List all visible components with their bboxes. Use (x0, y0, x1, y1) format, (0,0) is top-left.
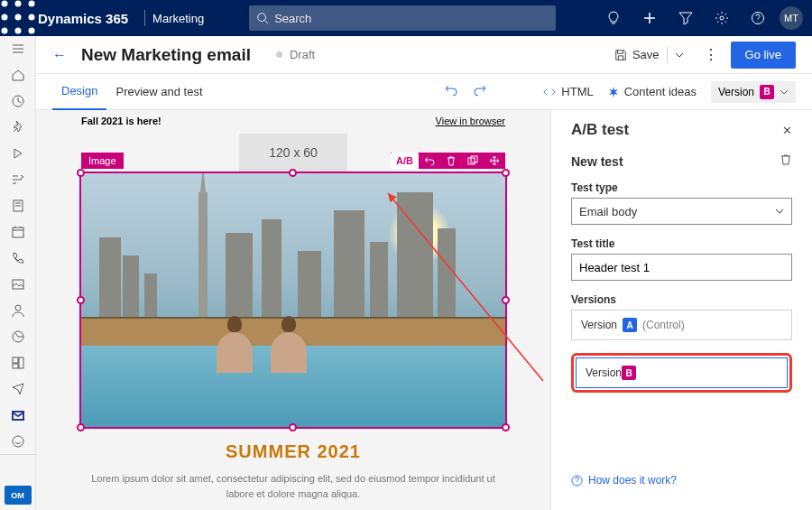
svg-rect-19 (13, 357, 18, 363)
svg-point-0 (2, 0, 8, 6)
svg-line-10 (265, 21, 269, 24)
brand-name: Dynamics 365 (36, 11, 137, 26)
area-switcher[interactable]: OM (5, 486, 32, 505)
svg-point-4 (15, 14, 22, 20)
version-selector[interactable]: Version B (711, 81, 796, 103)
svg-point-5 (29, 14, 35, 20)
global-search[interactable] (249, 5, 556, 31)
user-avatar[interactable]: MT (780, 6, 803, 30)
svg-point-1 (15, 0, 22, 6)
versions-label: Versions (571, 293, 792, 306)
nav-templates-icon[interactable] (0, 349, 36, 376)
view-in-browser-link[interactable]: View in browser (436, 116, 505, 126)
save-label: Save (632, 48, 660, 61)
nav-separator (0, 454, 36, 480)
status-label: Draft (290, 48, 315, 61)
lightbulb-icon[interactable] (595, 0, 632, 36)
save-button[interactable]: Save (607, 48, 667, 61)
svg-point-2 (29, 0, 35, 6)
resize-handle[interactable] (77, 169, 85, 177)
back-button[interactable]: ← (52, 47, 67, 63)
how-does-it-work-link[interactable]: How does it work? (571, 474, 792, 487)
nav-recent-icon[interactable] (0, 88, 36, 115)
version-b-badge: B (760, 85, 774, 99)
nav-calendar-icon[interactable] (0, 219, 36, 246)
tool-delete-icon[interactable] (440, 153, 462, 169)
tab-preview[interactable]: Preview and test (106, 74, 211, 110)
delete-test-icon[interactable] (780, 153, 792, 169)
test-type-label: Test type (571, 181, 792, 194)
resize-handle[interactable] (502, 169, 510, 177)
more-menu[interactable]: ⋮ (691, 46, 731, 63)
content-ideas-button[interactable]: Content ideas (608, 85, 697, 98)
version-a-badge: A (623, 318, 637, 332)
tool-undo-icon[interactable] (419, 153, 440, 169)
version-a-card[interactable]: Version A (Control) (571, 310, 792, 340)
svg-rect-20 (13, 364, 18, 368)
resize-handle[interactable] (502, 296, 510, 304)
settings-icon[interactable] (704, 0, 740, 36)
svg-point-8 (29, 27, 35, 33)
svg-point-9 (258, 14, 266, 22)
golive-button[interactable]: Go live (731, 42, 796, 69)
logo-placeholder[interactable]: 120 x 60 (239, 134, 347, 172)
svg-point-17 (15, 305, 21, 311)
test-title-label: Test title (571, 237, 792, 250)
page-title: New Marketing email (81, 45, 251, 65)
panel-close-icon[interactable]: ✕ (782, 124, 792, 137)
filter-icon[interactable] (668, 0, 704, 36)
body-text[interactable]: Lorem ipsum dolor sit amet, consectetur … (45, 471, 541, 501)
nav-journeys-icon[interactable] (0, 141, 36, 167)
ab-toggle[interactable]: A/B (391, 153, 419, 169)
nav-hamburger[interactable] (0, 36, 36, 62)
test-title-input[interactable] (571, 254, 792, 281)
version-b-card[interactable]: Version B (576, 357, 788, 388)
version-b-highlight: Version B (571, 353, 792, 393)
new-test-heading: New test (571, 154, 623, 169)
svg-point-7 (15, 27, 22, 33)
tab-design[interactable]: Design (52, 74, 106, 110)
selection-tag: Image (81, 153, 124, 169)
nav-home-icon[interactable] (0, 62, 36, 88)
version-b-badge: B (622, 366, 636, 380)
nav-assets-icon[interactable] (0, 271, 36, 297)
nav-pinned-icon[interactable] (0, 115, 36, 141)
test-type-select[interactable]: Email body (571, 198, 792, 225)
tool-move-icon[interactable] (484, 153, 505, 169)
nav-calls-icon[interactable] (0, 246, 36, 272)
svg-rect-16 (13, 280, 23, 289)
svg-point-11 (720, 16, 724, 20)
html-button[interactable]: HTML (543, 85, 593, 98)
add-icon[interactable] (632, 0, 668, 36)
resize-handle[interactable] (77, 423, 85, 431)
resize-handle[interactable] (289, 423, 297, 431)
hero-image-block[interactable]: Image A/B (81, 173, 505, 427)
status-dot (276, 51, 282, 58)
app-launcher[interactable] (0, 0, 36, 38)
preheader-text: Fall 2021 is here! (81, 116, 161, 126)
svg-point-3 (2, 14, 8, 20)
svg-rect-15 (13, 227, 23, 237)
nav-contacts-icon[interactable] (0, 297, 36, 323)
module-name[interactable]: Marketing (152, 12, 204, 25)
save-menu[interactable] (667, 47, 691, 63)
help-icon[interactable] (740, 0, 776, 36)
nav-insights-icon[interactable] (0, 323, 36, 349)
tool-duplicate-icon[interactable] (462, 153, 484, 169)
heading-text[interactable]: SUMMER 2021 (45, 441, 541, 462)
nav-forms-icon[interactable] (0, 193, 36, 219)
svg-point-23 (13, 436, 23, 447)
svg-point-6 (2, 27, 8, 33)
resize-handle[interactable] (77, 296, 85, 304)
redo-button[interactable] (473, 83, 487, 101)
search-input[interactable] (274, 12, 549, 25)
panel-title: A/B test (571, 121, 629, 139)
nav-emails-icon[interactable] (0, 402, 36, 428)
nav-social-icon[interactable] (0, 428, 36, 454)
svg-rect-21 (19, 357, 23, 368)
nav-push-icon[interactable] (0, 376, 36, 402)
nav-segments-icon[interactable] (0, 167, 36, 193)
resize-handle[interactable] (502, 423, 510, 431)
resize-handle[interactable] (289, 169, 297, 177)
undo-button[interactable] (444, 83, 458, 101)
